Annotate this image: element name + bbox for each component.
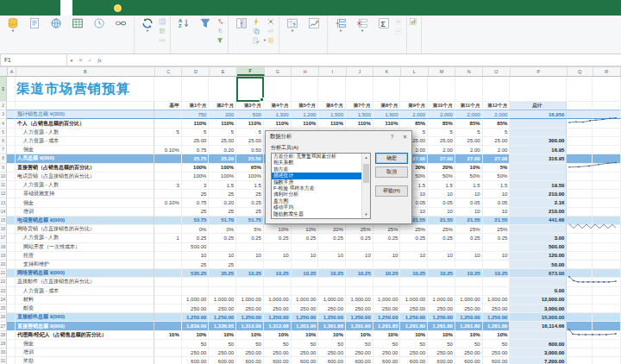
cell-G19[interactable]: 10 [264, 252, 292, 260]
cancel-button[interactable]: 取消 [375, 166, 408, 178]
cell-F16[interactable]: 5% [236, 225, 264, 234]
cell-E9[interactable]: 100% [209, 164, 236, 173]
ungroup-button[interactable]: ▼ [352, 16, 373, 32]
cell-Q13[interactable] [567, 198, 593, 207]
cell-E3[interactable]: 200 [209, 110, 236, 119]
cell-P24[interactable]: 12,000.00 [510, 296, 567, 304]
cell-C17[interactable]: 1 [154, 234, 182, 242]
cell-N5[interactable]: 5 [455, 129, 483, 137]
cell-M29[interactable]: 50 [428, 340, 455, 348]
row-header-20[interactable]: 20 [0, 260, 7, 269]
cell-H23[interactable] [292, 287, 319, 296]
clear-filter-button[interactable] [216, 16, 225, 26]
column-header-P[interactable]: P [511, 67, 568, 76]
row-header-30[interactable]: 30 [0, 348, 7, 357]
cell-G16[interactable]: 10% [264, 225, 292, 234]
cell-R17[interactable] [593, 234, 620, 242]
cell-D9[interactable]: 100% [182, 164, 210, 173]
cell-B24[interactable]: 材料 [16, 296, 154, 304]
cell-M26[interactable]: 1,250.00 [428, 313, 455, 322]
cell-N20[interactable] [455, 260, 483, 269]
cell-Q1[interactable] [567, 77, 593, 102]
cell-O10[interactable]: 50% [483, 173, 511, 181]
cell-O6[interactable]: 25.00 [483, 137, 511, 146]
row-header-13[interactable]: 13 [0, 198, 7, 207]
queries-connections-button[interactable] [159, 16, 167, 26]
cell-A11[interactable] [7, 181, 16, 190]
cell-C20[interactable] [154, 260, 182, 269]
cell-P25[interactable]: 3,000.00 [510, 304, 567, 313]
cell-P14[interactable]: 210.00 [510, 208, 567, 217]
cell-O8[interactable]: 27.00 [483, 154, 511, 163]
cell-M10[interactable]: 50% [428, 173, 455, 181]
cell-L3[interactable]: 2,000 [400, 110, 428, 119]
cell-K17[interactable]: 0.25 [373, 234, 401, 242]
cell-G28[interactable]: 10% [264, 331, 292, 340]
column-header-A[interactable]: A [8, 67, 16, 76]
cell-N3[interactable]: 2,000 [455, 110, 483, 119]
cell-L29[interactable]: 50 [400, 340, 428, 348]
cell-J1[interactable] [346, 77, 373, 102]
cell-B22[interactable]: 直接邮件（占直接销售的百分比） [16, 278, 154, 286]
manage-data-model-button[interactable] [267, 35, 276, 45]
dialog-close-icon[interactable]: ✕ [398, 131, 411, 142]
cell-J24[interactable]: 1,000.00 [346, 296, 373, 304]
cell-H4[interactable]: 110% [292, 119, 319, 128]
cell-E4[interactable]: 110% [209, 119, 236, 128]
cell-G31[interactable]: 600.00 [264, 357, 292, 364]
cell-J22[interactable] [346, 278, 373, 286]
enter-entry-icon[interactable]: ✓ [85, 54, 95, 66]
cell-N2[interactable]: 第11个月 [455, 102, 483, 110]
row-header-18[interactable]: 18 [0, 243, 7, 252]
cell-G29[interactable]: 50 [264, 340, 292, 348]
cell-K26[interactable]: 1,250.00 [373, 313, 401, 322]
row-header-4[interactable]: 4 [0, 119, 7, 128]
cell-F4[interactable]: 110% [236, 119, 264, 128]
cell-J2[interactable]: 第7个月 [346, 102, 373, 110]
cell-C21[interactable] [154, 269, 182, 278]
cell-A17[interactable] [7, 234, 16, 242]
cell-C4[interactable] [154, 119, 182, 128]
flash-fill-button[interactable] [253, 16, 267, 26]
cell-N1[interactable] [455, 77, 483, 102]
row-header-5[interactable]: 5 [0, 129, 7, 137]
cell-I17[interactable]: 0.25 [318, 234, 346, 242]
cell-Q24[interactable] [567, 296, 593, 304]
cell-F5[interactable]: 5 [236, 129, 264, 137]
cancel-entry-icon[interactable]: ✕ [76, 54, 85, 66]
cell-F25[interactable]: 250.00 [236, 304, 264, 313]
cell-Q25[interactable] [567, 304, 593, 313]
column-header-O[interactable]: O [483, 67, 511, 76]
cell-R18[interactable] [593, 243, 620, 252]
cell-P8[interactable]: 316.95 [510, 154, 567, 163]
relationships-button[interactable] [267, 26, 276, 35]
cell-N21[interactable]: 10.25 [455, 269, 483, 278]
cell-A2[interactable] [7, 102, 16, 110]
cell-B17[interactable]: 人力资源 - 人数 [16, 234, 154, 242]
cell-M9[interactable]: 20% [428, 164, 455, 173]
cell-P7[interactable]: 16.95 [510, 146, 567, 154]
cell-B31[interactable]: 奖励 [16, 357, 154, 364]
analysis-tool-option[interactable]: F-检验 双样本方差 [272, 185, 370, 191]
cell-A29[interactable] [7, 340, 16, 348]
cell-O12[interactable]: 10 [483, 190, 511, 198]
cell-A25[interactable] [7, 304, 16, 313]
cell-P26[interactable]: 15,000.00 [510, 313, 567, 322]
column-header-Q[interactable]: Q [568, 67, 593, 76]
row-header-8[interactable]: 8 [0, 154, 7, 163]
cell-H27[interactable]: 1,301.90 [292, 322, 319, 330]
column-header-I[interactable]: I [319, 67, 347, 76]
cell-B16[interactable]: 网络营销（占直接销售的百分比） [16, 225, 154, 234]
cell-L4[interactable]: 85% [400, 119, 428, 128]
cell-J25[interactable]: 250.00 [346, 304, 373, 313]
cell-E2[interactable]: 第2个月 [209, 102, 236, 110]
cell-I20[interactable] [318, 260, 346, 269]
cell-D19[interactable]: 10 [182, 252, 210, 260]
cell-G4[interactable]: 110% [264, 119, 292, 128]
cell-G25[interactable]: 250.00 [264, 304, 292, 313]
cell-F23[interactable] [236, 287, 264, 296]
cell-E30[interactable]: 250.00 [209, 348, 236, 357]
cell-L30[interactable]: 250.00 [400, 348, 428, 357]
cell-N11[interactable]: 1.5 [455, 181, 483, 190]
cell-H1[interactable] [292, 77, 319, 102]
